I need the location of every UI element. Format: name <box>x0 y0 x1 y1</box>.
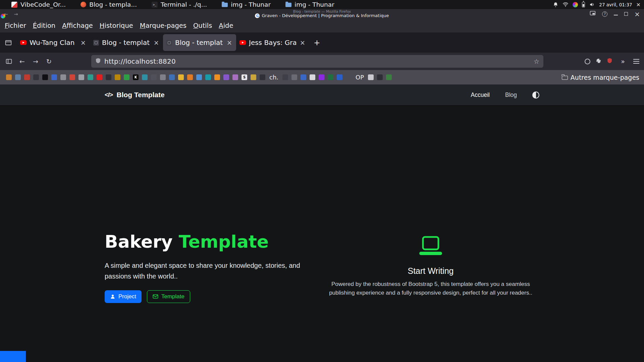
bookmark-favicon[interactable] <box>196 74 202 80</box>
bookmark-favicon[interactable] <box>214 74 220 80</box>
bookmark-favicon[interactable] <box>33 74 39 80</box>
overflow-chevrons-icon[interactable]: » <box>618 56 628 67</box>
bookmark-favicon[interactable] <box>69 74 75 80</box>
bottom-left-blue-element[interactable] <box>0 351 26 362</box>
tab-close-icon[interactable]: × <box>226 39 233 46</box>
tab-blog-template-active[interactable]: Blog - template × <box>163 34 236 51</box>
wifi-icon[interactable] <box>562 2 569 7</box>
bookmark-favicon[interactable] <box>368 74 374 80</box>
bookmark-favicon[interactable] <box>205 74 211 80</box>
extensions-puzzle-icon[interactable] <box>595 58 602 65</box>
bookmark-text-favicon[interactable]: OP <box>355 74 365 80</box>
bookmark-text-favicon[interactable]: ch. <box>269 74 279 80</box>
url-text[interactable]: http://localhost:8820 <box>104 57 530 65</box>
bookmark-favicon[interactable] <box>15 74 21 80</box>
site-brand[interactable]: </> Blog Template <box>105 91 165 99</box>
url-bar[interactable]: http://localhost:8820 ☆ <box>91 55 543 68</box>
bookmark-favicon[interactable] <box>97 74 102 80</box>
nav-link-accueil[interactable]: Accueil <box>471 92 490 99</box>
tab-close-icon[interactable]: × <box>80 39 87 46</box>
bookmark-favicon[interactable] <box>115 74 120 80</box>
bookmark-favicon[interactable] <box>260 74 265 80</box>
sidebar-window-icon[interactable] <box>3 56 14 67</box>
titlebar-titles: Blog - template — Mozilla Firefox G Grav… <box>0 9 644 19</box>
bookmark-favicon[interactable] <box>178 74 184 80</box>
bookmark-favicon[interactable]: S <box>241 74 247 80</box>
reload-button[interactable]: ↻ <box>44 56 54 67</box>
tab-close-icon[interactable]: × <box>153 39 160 46</box>
project-button[interactable]: Project <box>105 290 142 303</box>
bookmark-favicon[interactable] <box>42 74 48 80</box>
taskbar-window-terminal[interactable]: >_ Terminal - ./q... <box>152 1 207 8</box>
theme-toggle-icon[interactable] <box>532 92 539 99</box>
taskbar-window-vibecode[interactable]: VibeCode_Or... <box>11 1 66 8</box>
bookmark-favicon[interactable] <box>386 74 392 80</box>
back-button[interactable]: ← <box>17 56 28 67</box>
bookmark-star-icon[interactable]: ☆ <box>534 58 539 65</box>
project-button-label: Project <box>118 293 136 300</box>
bookmark-favicon[interactable] <box>106 74 111 80</box>
bookmark-favicon[interactable] <box>78 74 84 80</box>
other-bookmarks-button[interactable]: Autres marque-pages <box>562 74 639 81</box>
new-tab-button[interactable]: + <box>311 37 323 48</box>
ublock-shield-icon[interactable] <box>607 58 612 65</box>
tab-close-icon[interactable]: × <box>299 39 306 46</box>
notification-bell-icon[interactable] <box>553 2 558 7</box>
menu-fichier[interactable]: Fichier <box>1 20 30 31</box>
volume-icon[interactable] <box>589 2 595 7</box>
tab-blog-template-1[interactable]: Blog - template × <box>90 34 163 51</box>
bookmark-favicon[interactable] <box>24 74 30 80</box>
bookmark-favicon[interactable] <box>223 74 229 80</box>
bookmark-favicon[interactable] <box>282 74 288 80</box>
bookmark-favicon[interactable] <box>187 74 193 80</box>
bookmark-favicon[interactable] <box>142 74 148 80</box>
tab-wu-tang-clan[interactable]: Wu-Tang Clan × <box>17 34 90 51</box>
menu-aide[interactable]: Aide <box>215 20 236 31</box>
menu-historique[interactable]: Historique <box>96 20 137 31</box>
bookmark-favicon[interactable] <box>88 74 93 80</box>
help-button[interactable]: ? <box>602 11 607 17</box>
bookmark-favicon[interactable] <box>151 74 157 80</box>
tray-close-icon[interactable]: × <box>636 1 641 8</box>
bookmark-favicon[interactable] <box>251 74 256 80</box>
bookmark-favicon[interactable] <box>291 74 297 80</box>
taskbar-window-thunar-1[interactable]: img - Thunar <box>222 1 271 8</box>
template-button[interactable]: Template <box>147 290 190 303</box>
system-clock[interactable]: 27 avril, 01:37 <box>599 2 632 7</box>
picture-in-picture-icon[interactable] <box>590 11 596 17</box>
bookmark-favicon[interactable] <box>337 74 342 80</box>
taskbar-window-firefox[interactable]: Blog - templa... <box>80 1 137 8</box>
bookmark-favicon[interactable] <box>319 74 324 80</box>
bookmark-favicon[interactable] <box>6 74 12 80</box>
minimize-button[interactable] <box>614 12 618 15</box>
account-icon[interactable] <box>585 59 590 64</box>
bookmark-favicon[interactable] <box>346 74 352 80</box>
nav-link-blog[interactable]: Blog <box>505 92 517 99</box>
bookmark-favicon[interactable] <box>301 74 306 80</box>
bookmark-favicon[interactable] <box>51 74 57 80</box>
bookmark-favicon[interactable]: K <box>133 74 139 80</box>
color-palette-icon[interactable] <box>573 2 578 7</box>
firefox-menubar: Fichier Édition Affichage Historique Mar… <box>0 19 644 33</box>
close-button[interactable]: × <box>634 11 640 17</box>
taskbar-window-thunar-2[interactable]: img - Thunar <box>285 1 334 8</box>
menu-affichage[interactable]: Affichage <box>59 20 96 31</box>
bookmark-favicon[interactable] <box>60 74 66 80</box>
forward-button[interactable]: → <box>30 56 41 67</box>
bookmark-favicon[interactable] <box>310 74 315 80</box>
bookmark-favicon[interactable] <box>169 74 175 80</box>
bookmark-favicon[interactable] <box>124 74 129 80</box>
bookmark-favicon[interactable] <box>160 74 166 80</box>
bookmark-favicon[interactable] <box>232 74 238 80</box>
menu-marque-pages[interactable]: Marque-pages <box>137 20 190 31</box>
menu-edition[interactable]: Édition <box>30 20 59 31</box>
hamburger-menu-icon[interactable] <box>633 59 639 64</box>
battery-icon[interactable] <box>582 2 585 7</box>
maximize-button[interactable] <box>624 12 628 16</box>
tab-jess-bays[interactable]: Jess Bays: Graf × <box>236 34 309 51</box>
bookmark-favicon[interactable] <box>328 74 333 80</box>
bookmark-favicon[interactable] <box>377 74 383 80</box>
menu-outils[interactable]: Outils <box>190 20 215 31</box>
firefox-view-button[interactable] <box>3 37 14 48</box>
shield-icon[interactable] <box>95 58 101 65</box>
